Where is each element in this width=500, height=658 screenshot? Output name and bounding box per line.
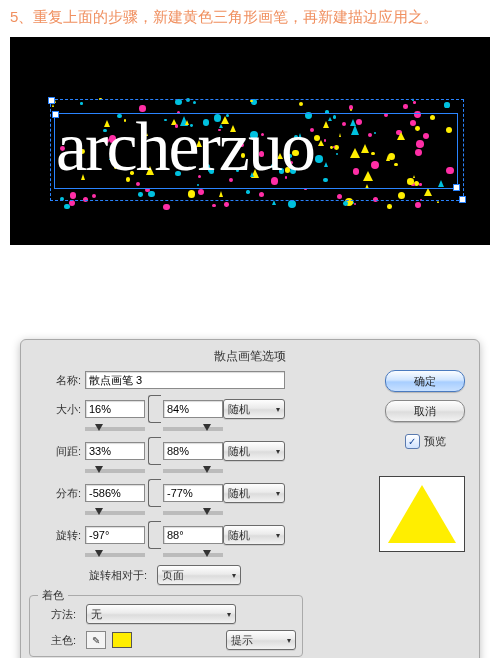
ok-button[interactable]: 确定 <box>385 370 465 392</box>
step-heading: 5、重复上面的步骤，新建黄色三角形画笔，再新建描边应用之。 <box>0 0 500 37</box>
rotate-rel-select[interactable]: 页面 <box>157 565 241 585</box>
artboard: (function(){ var c=['#00c1df','#ff2ea6',… <box>10 37 490 245</box>
value-1-input[interactable] <box>85 442 145 460</box>
dialog-title: 散点画笔选项 <box>29 346 471 371</box>
colorization-group: 着色 方法: 无 主色: ✎ 提示 <box>29 595 303 657</box>
scatter-brush-options-dialog: 散点画笔选项 确定 取消 ✓预览 名称: 大小:随机间距:随机分布:随机旋转:随… <box>20 339 480 658</box>
name-label: 名称: <box>29 373 85 388</box>
rotate-rel-label: 旋转相对于: <box>89 568 151 583</box>
mode-select[interactable]: 随机 <box>223 399 285 419</box>
link-icon[interactable] <box>148 395 161 423</box>
artwork-text[interactable]: archerzuo <box>56 107 314 187</box>
key-color-swatch[interactable] <box>112 632 132 648</box>
triangle-icon <box>388 485 456 543</box>
mode-select[interactable]: 随机 <box>223 483 285 503</box>
value-2-input[interactable] <box>163 400 223 418</box>
row-label: 旋转: <box>29 528 85 543</box>
eyedropper-icon[interactable]: ✎ <box>86 631 106 649</box>
value-1-input[interactable] <box>85 526 145 544</box>
cancel-button[interactable]: 取消 <box>385 400 465 422</box>
value-1-input[interactable] <box>85 400 145 418</box>
row-label: 大小: <box>29 402 85 417</box>
mode-select[interactable]: 随机 <box>223 441 285 461</box>
tips-button[interactable]: 提示 <box>226 630 296 650</box>
value-2-input[interactable] <box>163 526 223 544</box>
tint-method-select[interactable]: 无 <box>86 604 236 624</box>
name-input[interactable] <box>85 371 285 389</box>
link-icon[interactable] <box>148 479 161 507</box>
row-label: 分布: <box>29 486 85 501</box>
value-2-input[interactable] <box>163 442 223 460</box>
link-icon[interactable] <box>148 521 161 549</box>
preview-checkbox[interactable]: ✓预览 <box>405 434 446 449</box>
value-2-input[interactable] <box>163 484 223 502</box>
row-label: 间距: <box>29 444 85 459</box>
mode-select[interactable]: 随机 <box>223 525 285 545</box>
link-icon[interactable] <box>148 437 161 465</box>
value-1-input[interactable] <box>85 484 145 502</box>
brush-preview <box>379 476 465 552</box>
